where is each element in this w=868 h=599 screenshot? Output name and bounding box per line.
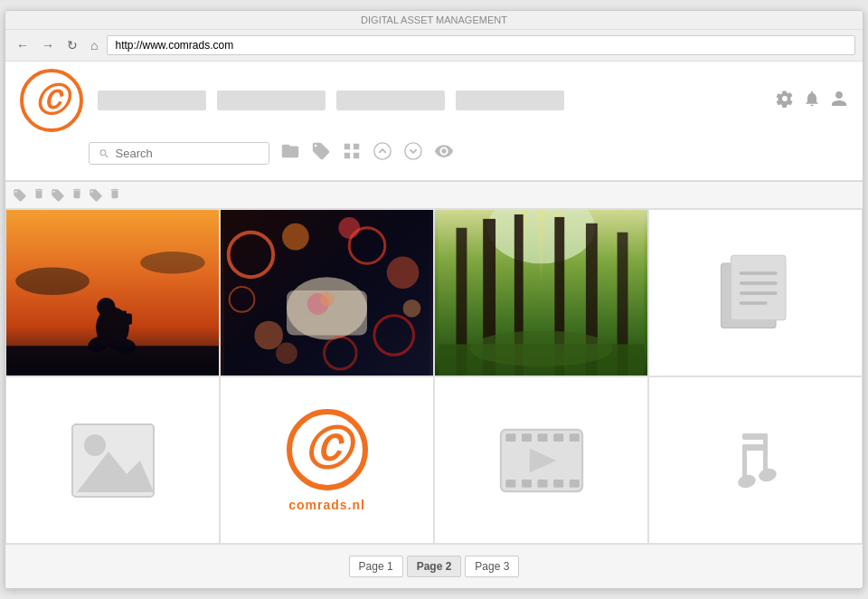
video-icon xyxy=(492,411,591,510)
mountain-icon xyxy=(68,420,158,501)
pagination: Page 1 Page 2 Page 3 xyxy=(5,544,863,588)
svg-point-25 xyxy=(403,300,421,318)
search-input[interactable] xyxy=(116,147,259,160)
page-title: DIGITAL ASSET MANAGEMENT xyxy=(361,14,507,25)
app-logo: Ⓒ xyxy=(20,69,83,132)
notifications-button[interactable] xyxy=(803,90,821,112)
nav-tab-4[interactable] xyxy=(456,90,564,110)
forest-svg xyxy=(435,210,647,376)
trash-icon-3 xyxy=(108,187,121,200)
svg-rect-55 xyxy=(553,433,563,442)
comrads-c-letter: Ⓒ xyxy=(305,419,350,480)
svg-rect-58 xyxy=(522,479,532,487)
music-placeholder xyxy=(649,377,862,543)
asset-cell-document[interactable] xyxy=(648,209,863,376)
folder-icon xyxy=(280,141,300,161)
filter-delete-3[interactable] xyxy=(108,187,121,203)
svg-point-22 xyxy=(254,321,283,350)
trash-icon-2 xyxy=(71,187,83,200)
logo-c-letter: Ⓒ xyxy=(35,79,68,123)
svg-point-67 xyxy=(736,472,757,490)
svg-point-0 xyxy=(374,143,391,159)
image-placeholder-icon xyxy=(6,377,219,543)
svg-point-23 xyxy=(338,217,360,239)
photographer-image xyxy=(6,210,219,376)
asset-grid: Ⓒ comrads.nl xyxy=(5,209,863,544)
svg-rect-56 xyxy=(569,433,579,442)
profile-button[interactable] xyxy=(830,90,848,112)
svg-rect-5 xyxy=(6,346,219,376)
svg-point-7 xyxy=(97,298,115,316)
svg-rect-57 xyxy=(505,479,515,487)
document-placeholder xyxy=(649,210,862,376)
asset-cell-image-placeholder[interactable] xyxy=(5,376,220,544)
bell-icon xyxy=(803,90,821,108)
user-icon xyxy=(830,90,848,108)
svg-rect-9 xyxy=(119,310,127,316)
filter-tag-icon-2 xyxy=(51,188,65,203)
svg-point-27 xyxy=(276,342,297,364)
settings-button[interactable] xyxy=(776,90,794,112)
svg-point-48 xyxy=(84,434,106,456)
eye-icon xyxy=(434,141,454,161)
nav-tab-3[interactable] xyxy=(336,90,445,110)
address-bar: ← → ↻ ⌂ xyxy=(5,30,863,62)
svg-point-16 xyxy=(320,292,335,307)
svg-rect-61 xyxy=(569,479,579,487)
chevron-up-icon xyxy=(373,141,392,161)
tag-button[interactable] xyxy=(311,141,331,166)
trash-icon-1 xyxy=(33,187,45,200)
comrads-text: comrads.nl xyxy=(288,498,365,512)
nav-tab-2[interactable] xyxy=(217,90,326,110)
sort-asc-button[interactable] xyxy=(373,141,392,166)
svg-rect-59 xyxy=(537,479,547,487)
svg-point-3 xyxy=(15,267,90,295)
tag-icon xyxy=(311,141,331,161)
svg-point-18 xyxy=(282,223,309,251)
home-button[interactable]: ⌂ xyxy=(87,36,101,54)
page-3-button[interactable]: Page 3 xyxy=(465,556,519,577)
document-icon xyxy=(706,243,806,343)
svg-point-1 xyxy=(405,143,421,159)
svg-rect-66 xyxy=(742,444,768,451)
asset-cell-video[interactable] xyxy=(434,376,648,544)
asset-cell-photographer[interactable] xyxy=(5,209,220,376)
svg-rect-60 xyxy=(553,479,563,487)
bokeh-image xyxy=(221,210,433,376)
url-input[interactable] xyxy=(107,35,855,55)
forward-button[interactable]: → xyxy=(38,36,58,54)
svg-rect-65 xyxy=(742,433,768,440)
svg-rect-42 xyxy=(731,255,786,320)
svg-point-4 xyxy=(140,252,205,274)
silhouette-svg xyxy=(6,210,219,376)
logo-area: Ⓒ xyxy=(20,69,564,132)
grid-icon xyxy=(342,141,362,161)
asset-cell-forest[interactable] xyxy=(434,209,648,376)
header-icons xyxy=(776,90,848,112)
sort-desc-button[interactable] xyxy=(403,141,423,166)
svg-rect-52 xyxy=(505,433,515,442)
asset-cell-bokeh[interactable] xyxy=(220,209,434,376)
filter-delete-2[interactable] xyxy=(71,187,83,203)
nav-tabs xyxy=(98,90,564,110)
nav-tab-1[interactable] xyxy=(98,90,206,110)
video-placeholder xyxy=(435,377,647,543)
forest-image xyxy=(435,210,647,376)
toolbar xyxy=(20,141,848,173)
filter-delete-1[interactable] xyxy=(33,187,45,203)
page-1-button[interactable]: Page 1 xyxy=(349,556,403,577)
refresh-button[interactable]: ↻ xyxy=(63,36,81,54)
back-button[interactable]: ← xyxy=(13,36,33,54)
svg-point-40 xyxy=(469,331,612,367)
filter-tag-icon-1 xyxy=(13,188,27,203)
asset-cell-comrads-logo[interactable]: Ⓒ comrads.nl xyxy=(220,376,434,544)
page-2-button[interactable]: Page 2 xyxy=(407,556,462,577)
folder-button[interactable] xyxy=(280,141,300,166)
svg-rect-54 xyxy=(537,433,547,442)
browser-window: DIGITAL ASSET MANAGEMENT ← → ↻ ⌂ Ⓒ xyxy=(5,10,863,589)
gear-icon xyxy=(776,90,794,108)
asset-cell-music[interactable] xyxy=(648,376,863,544)
app-header-top: Ⓒ xyxy=(20,69,848,132)
preview-button[interactable] xyxy=(434,141,454,166)
grid-view-button[interactable] xyxy=(342,141,362,166)
